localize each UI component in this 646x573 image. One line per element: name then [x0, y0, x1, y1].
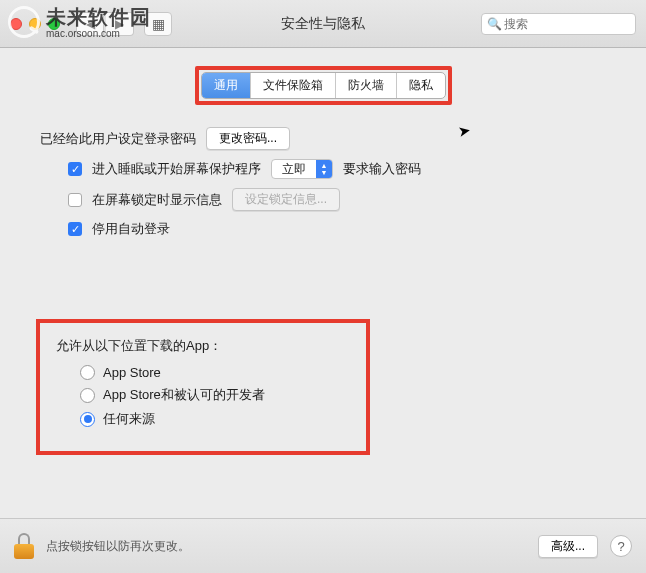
search-input[interactable]: [481, 13, 636, 35]
allow-option-identified[interactable]: App Store和被认可的开发者: [80, 386, 350, 404]
cursor-icon: ➤: [457, 121, 473, 141]
allow-option-anywhere[interactable]: 任何来源: [80, 410, 350, 428]
back-button[interactable]: ◀: [76, 12, 104, 36]
general-form: 已经给此用户设定登录密码 更改密码... ✓ 进入睡眠或开始屏幕保护程序 立即 …: [40, 127, 606, 238]
allow-option-appstore-label: App Store: [103, 365, 161, 380]
password-set-label: 已经给此用户设定登录密码: [40, 130, 196, 148]
allow-apps-block: 允许从以下位置下载的App： App Store App Store和被认可的开…: [36, 319, 370, 455]
footer: 点按锁按钮以防再次更改。 高级... ?: [0, 518, 646, 573]
radio-identified[interactable]: [80, 388, 95, 403]
lock-text: 点按锁按钮以防再次更改。: [46, 538, 190, 555]
disable-autologin-checkbox[interactable]: ✓: [68, 222, 82, 236]
chevron-updown-icon: ▲▼: [316, 160, 332, 178]
require-password-prefix: 进入睡眠或开始屏幕保护程序: [92, 160, 261, 178]
tabs-row: 通用 文件保险箱 防火墙 隐私: [0, 66, 646, 105]
advanced-button[interactable]: 高级...: [538, 535, 598, 558]
show-all-button[interactable]: ▦: [144, 12, 172, 36]
window-controls: [10, 18, 60, 30]
require-password-suffix: 要求输入密码: [343, 160, 421, 178]
password-row: 已经给此用户设定登录密码 更改密码...: [40, 127, 606, 150]
nav-arrows: ◀ ▶: [76, 12, 134, 36]
titlebar: ◀ ▶ ▦ 安全性与隐私 🔍: [0, 0, 646, 48]
tab-privacy[interactable]: 隐私: [397, 73, 445, 98]
require-password-select-value: 立即: [272, 160, 316, 178]
allow-apps-title: 允许从以下位置下载的App：: [56, 337, 350, 355]
disable-autologin-row: ✓ 停用自动登录: [68, 220, 606, 238]
tab-filevault[interactable]: 文件保险箱: [251, 73, 336, 98]
tab-general[interactable]: 通用: [202, 73, 251, 98]
show-message-row: 在屏幕锁定时显示信息 设定锁定信息...: [68, 188, 606, 211]
set-lock-message-button: 设定锁定信息...: [232, 188, 340, 211]
change-password-button[interactable]: 更改密码...: [206, 127, 290, 150]
require-password-row: ✓ 进入睡眠或开始屏幕保护程序 立即 ▲▼ 要求输入密码: [68, 159, 606, 179]
tabs-highlight: 通用 文件保险箱 防火墙 隐私: [195, 66, 452, 105]
radio-appstore[interactable]: [80, 365, 95, 380]
allow-option-anywhere-label: 任何来源: [103, 410, 155, 428]
search-icon: 🔍: [487, 17, 502, 31]
segmented-tabs: 通用 文件保险箱 防火墙 隐私: [201, 72, 446, 99]
show-message-checkbox[interactable]: [68, 193, 82, 207]
require-password-checkbox[interactable]: ✓: [68, 162, 82, 176]
forward-button[interactable]: ▶: [106, 12, 134, 36]
maximize-window[interactable]: [48, 18, 60, 30]
allow-option-identified-label: App Store和被认可的开发者: [103, 386, 265, 404]
close-window[interactable]: [10, 18, 22, 30]
tab-firewall[interactable]: 防火墙: [336, 73, 397, 98]
help-button[interactable]: ?: [610, 535, 632, 557]
radio-anywhere[interactable]: [80, 412, 95, 427]
disable-autologin-label: 停用自动登录: [92, 220, 170, 238]
show-message-label: 在屏幕锁定时显示信息: [92, 191, 222, 209]
allow-option-appstore[interactable]: App Store: [80, 365, 350, 380]
minimize-window[interactable]: [29, 18, 41, 30]
search-wrap: 🔍: [481, 13, 636, 35]
require-password-select[interactable]: 立即 ▲▼: [271, 159, 333, 179]
lock-icon[interactable]: [14, 533, 34, 559]
